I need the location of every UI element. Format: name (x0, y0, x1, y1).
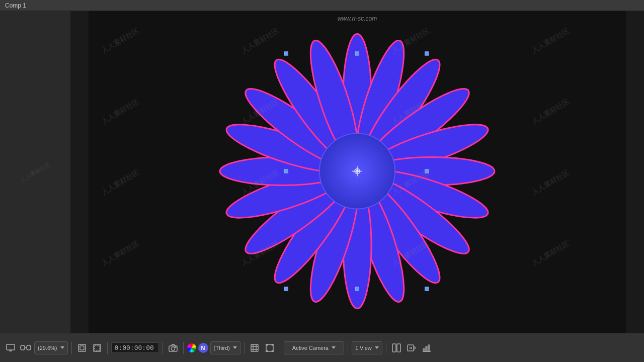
sep-2 (107, 342, 108, 354)
comp-title: Comp 1 (5, 2, 26, 9)
svg-rect-45 (251, 344, 258, 351)
svg-rect-37 (95, 345, 100, 350)
monitor-button[interactable] (4, 341, 17, 354)
svg-rect-54 (428, 345, 430, 351)
active-camera-dropdown[interactable]: Active Camera (284, 341, 344, 354)
canvas-area[interactable]: www.rr-sc.com 人人素材社区 人人素材社区 人人素材社区 人人素材社… (70, 11, 644, 333)
view-mode-label: (Third) (214, 345, 230, 351)
wm-1: 人人素材社区 (100, 27, 141, 56)
wm-16: 人人素材社区 (530, 239, 571, 268)
wm-8: 人人素材社区 (530, 98, 571, 127)
view-count-dropdown[interactable]: 1 View (352, 341, 382, 354)
svg-line-32 (20, 347, 21, 348)
timecode-value: 0:00:00:00 (115, 344, 154, 351)
svg-rect-48 (397, 344, 400, 352)
sep-1 (71, 342, 72, 354)
grid-button[interactable] (248, 341, 261, 354)
sep-4 (183, 342, 184, 354)
fullscreen-preview-button[interactable] (263, 341, 276, 354)
left-watermark: 人人素材社区 (19, 160, 52, 184)
handle-mr[interactable] (425, 169, 429, 173)
sep-6 (280, 342, 280, 354)
view-mode-chevron (233, 346, 237, 349)
svg-rect-49 (408, 345, 414, 351)
zoom-dropdown[interactable]: (29.6%) (34, 341, 68, 354)
flower-graphic[interactable] (216, 31, 498, 314)
title-bar: Comp 1 (0, 0, 644, 11)
comp-canvas: www.rr-sc.com 人人素材社区 人人素材社区 人人素材社区 人人素材社… (89, 11, 626, 333)
handle-ml[interactable] (284, 169, 288, 173)
sep-8 (386, 342, 386, 354)
view-count-chevron (375, 346, 379, 349)
wm-5: 人人素材社区 (100, 98, 141, 127)
svg-rect-26 (7, 344, 15, 350)
vr-glasses-button[interactable] (19, 341, 32, 354)
left-panel: 人人素材社区 (0, 11, 70, 333)
svg-rect-34 (78, 344, 86, 351)
sep-5 (244, 342, 245, 354)
website-watermark: www.rr-sc.com (338, 15, 377, 22)
histogram-button[interactable] (420, 341, 433, 354)
handle-bc[interactable] (355, 287, 359, 291)
n-logo-button[interactable]: N (198, 343, 208, 353)
svg-rect-53 (426, 346, 427, 351)
active-camera-label: Active Camera (292, 345, 329, 351)
color-wheel-icon[interactable] (187, 343, 196, 352)
svg-point-40 (175, 346, 176, 347)
svg-rect-29 (21, 345, 25, 350)
safe-zones-button[interactable] (91, 341, 104, 354)
svg-point-39 (171, 347, 175, 350)
wm-12: 人人素材社区 (530, 168, 571, 198)
sep-3 (163, 342, 163, 354)
svg-rect-35 (80, 346, 84, 350)
handle-bl[interactable] (284, 287, 288, 291)
handle-br[interactable] (425, 287, 429, 291)
handle-tc[interactable] (355, 52, 359, 56)
sep-7 (348, 342, 348, 354)
timecode-display[interactable]: 0:00:00:00 (111, 342, 159, 353)
svg-rect-47 (392, 344, 396, 352)
handle-tl[interactable] (284, 52, 288, 56)
view-mode-dropdown[interactable]: (Third) (210, 341, 240, 354)
svg-line-33 (31, 347, 31, 348)
svg-rect-52 (423, 348, 425, 351)
wm-13: 人人素材社区 (100, 239, 141, 268)
fit-button[interactable] (75, 341, 89, 354)
render-button[interactable] (405, 341, 418, 354)
wm-4: 人人素材社区 (530, 27, 571, 56)
snapshot-button[interactable] (167, 341, 180, 354)
viewport-container: 人人素材社区 www.rr-sc.com 人人素材社区 人人素材社区 人人素材社… (0, 11, 644, 333)
zoom-chevron (60, 346, 64, 349)
view-count-label: 1 View (355, 345, 372, 351)
active-camera-chevron (332, 346, 336, 349)
svg-rect-30 (27, 345, 31, 350)
bottom-toolbar: (29.6%) 0:00:00:00 N ( (0, 333, 644, 362)
zoom-label: (29.6%) (38, 345, 57, 351)
multi-panel-button[interactable] (390, 341, 403, 354)
wm-9: 人人素材社区 (100, 168, 141, 198)
handle-tr[interactable] (425, 52, 429, 56)
